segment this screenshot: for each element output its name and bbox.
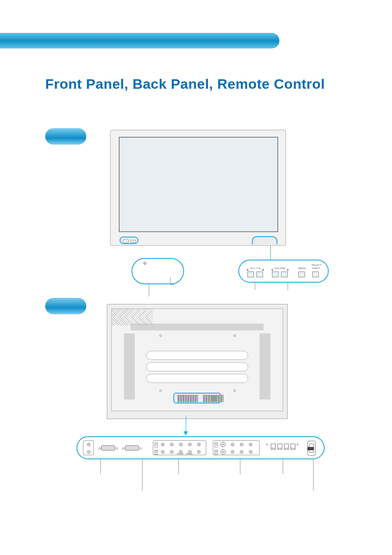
speaker-terminal[interactable] xyxy=(284,444,289,449)
menu-button[interactable] xyxy=(298,272,305,277)
sensor-highlight xyxy=(120,237,138,244)
svideo-port[interactable] xyxy=(221,442,226,447)
monitor-screen xyxy=(119,137,278,232)
rca-jack[interactable] xyxy=(240,450,243,454)
speaker-terminal[interactable] xyxy=(291,444,295,449)
vent-grille xyxy=(112,309,153,317)
vent-grille xyxy=(260,334,270,399)
right-arrow-icon xyxy=(287,269,289,271)
page-title: Front Panel, Back Panel, Remote Control xyxy=(45,76,325,92)
callout-line xyxy=(240,459,240,474)
vent-grille xyxy=(131,324,264,330)
right-arrow-icon xyxy=(263,269,264,271)
speaker-terminal[interactable] xyxy=(271,444,276,449)
port-block xyxy=(210,396,217,401)
expansion-slot xyxy=(146,351,248,360)
power-switch[interactable] xyxy=(307,447,314,450)
screw-icon xyxy=(266,444,268,445)
speaker-terminal[interactable] xyxy=(277,444,282,449)
rca-jack[interactable] xyxy=(87,443,90,446)
screw-icon xyxy=(233,334,236,337)
screw-icon xyxy=(233,389,236,392)
rca-jack[interactable] xyxy=(231,450,234,454)
left-arrow-icon xyxy=(247,269,248,271)
row-badge: 2 xyxy=(154,450,158,455)
volume-label: VOLUME xyxy=(274,267,286,269)
screw-icon xyxy=(159,389,162,392)
callout-line xyxy=(142,459,143,491)
move-label: M O V E xyxy=(251,267,261,269)
select-label: SELECT xyxy=(311,264,322,266)
power-icon: ⏻ xyxy=(143,261,146,265)
rca-jack[interactable] xyxy=(249,443,252,446)
audio-out-group xyxy=(83,440,94,455)
control-buttons-bubble: M O V E VOLUME MENU SELECT INPUT xyxy=(238,260,329,283)
arrow-down-icon xyxy=(184,431,188,435)
rca-jack[interactable] xyxy=(179,443,182,446)
callout-line xyxy=(288,283,288,290)
rca-jack[interactable] xyxy=(87,450,90,454)
rca-jack[interactable] xyxy=(170,443,173,446)
rca-jack[interactable] xyxy=(249,450,252,454)
callout-line xyxy=(313,459,314,491)
row-badge: 1 xyxy=(154,442,158,447)
expansion-slot xyxy=(146,362,248,371)
arrow-line xyxy=(186,416,186,432)
move-right-button[interactable] xyxy=(256,272,263,277)
menu-label: MENU xyxy=(298,267,306,269)
rca-jack[interactable] xyxy=(197,450,201,454)
callout-line xyxy=(283,459,283,474)
vga-port[interactable] xyxy=(101,445,115,451)
rca-jack[interactable] xyxy=(161,443,164,446)
callout-line xyxy=(178,459,179,474)
section-pill-back xyxy=(45,298,86,314)
pb-label: PB/CB xyxy=(177,453,183,455)
header-bar xyxy=(0,33,279,48)
rca-jack[interactable] xyxy=(197,443,201,446)
callout-line xyxy=(170,277,171,284)
select-input-button[interactable] xyxy=(312,272,319,277)
screw-icon xyxy=(297,444,298,445)
ports-highlight xyxy=(173,393,221,403)
move-left-button[interactable] xyxy=(247,272,254,277)
monitor-front xyxy=(110,130,286,246)
vent-grille xyxy=(124,334,135,399)
volume-down-button[interactable] xyxy=(272,272,279,277)
pr-label: PR/CR xyxy=(186,453,193,455)
back-inner-plate xyxy=(111,309,283,411)
screw-icon xyxy=(159,334,162,337)
sensor-detail-bubble: ⏻ xyxy=(131,258,184,284)
callout-line xyxy=(149,284,149,297)
callout-line xyxy=(255,283,255,290)
svideo-composite-group: 1 2 xyxy=(213,440,260,455)
expansion-slot xyxy=(146,374,248,383)
monitor-back xyxy=(107,304,288,419)
ports-detail-bubble: 1 2 PB/CB PR/CR 1 2 xyxy=(76,436,325,459)
section-pill-front xyxy=(45,128,86,145)
rca-jack[interactable] xyxy=(240,443,243,446)
row-badge: 1 xyxy=(214,442,218,447)
callout-line xyxy=(100,459,101,474)
rca-jack[interactable] xyxy=(188,443,191,446)
vga-port[interactable] xyxy=(125,445,139,451)
rca-jack[interactable] xyxy=(161,450,164,454)
buttons-highlight xyxy=(252,236,277,244)
component-video-group: 1 2 PB/CB PR/CR xyxy=(153,440,206,455)
volume-up-button[interactable] xyxy=(281,272,288,277)
rca-jack[interactable] xyxy=(170,450,173,454)
rca-jack[interactable] xyxy=(231,443,234,446)
callout-line xyxy=(170,284,174,285)
speaker-terminal-group xyxy=(265,440,299,455)
input-label: INPUT xyxy=(312,267,320,269)
row-badge: 2 xyxy=(214,450,218,455)
svideo-port[interactable] xyxy=(221,449,226,454)
left-arrow-icon xyxy=(271,269,273,271)
